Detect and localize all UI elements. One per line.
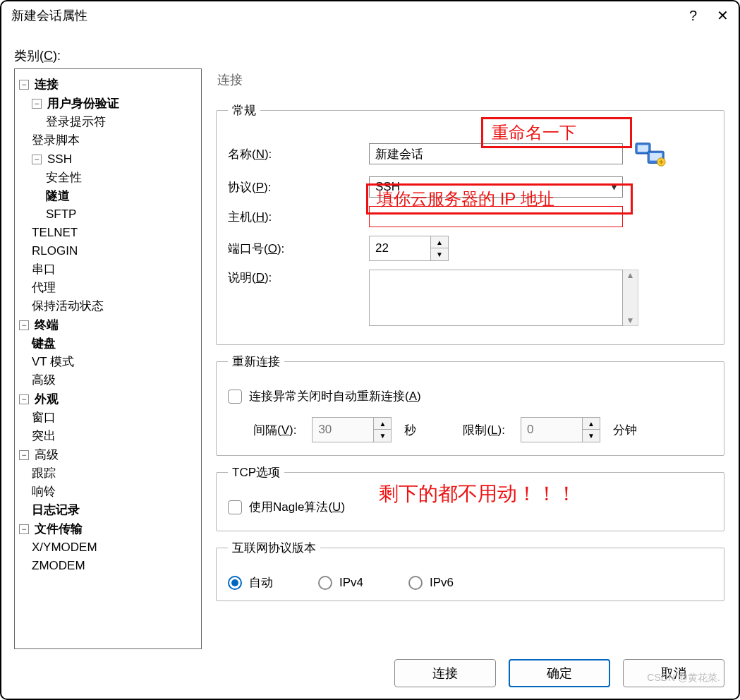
tree-rlogin[interactable]: RLOGIN	[32, 244, 78, 258]
tcp-legend: TCP选项	[228, 464, 284, 481]
tree-ssh[interactable]: SSH	[47, 150, 72, 169]
radio-icon	[408, 576, 423, 590]
port-spinner[interactable]: ▲ ▼	[369, 236, 449, 261]
spinner-up-icon[interactable]: ▲	[431, 236, 448, 248]
spinner-down-icon[interactable]: ▼	[431, 248, 448, 260]
name-input[interactable]	[369, 143, 623, 164]
tree-xymodem[interactable]: X/YMODEM	[32, 541, 97, 554]
desc-scrollbar[interactable]: ▲ ▼	[623, 270, 638, 326]
protocol-select[interactable]: SSH ▾	[369, 176, 623, 198]
tree-connection[interactable]: 连接	[35, 76, 59, 94]
tree-window[interactable]: 窗口	[32, 411, 56, 424]
general-legend: 常规	[228, 102, 260, 119]
tree-serial[interactable]: 串口	[32, 262, 56, 276]
tree-sftp[interactable]: SFTP	[46, 207, 76, 221]
limit-input	[521, 418, 582, 442]
spinner-down-icon[interactable]: ▼	[583, 430, 600, 442]
scroll-up-icon[interactable]: ▲	[626, 270, 635, 280]
connect-button[interactable]: 连接	[394, 659, 496, 687]
dialog-body: 类别(C): −连接 −用户身份验证 登录提示符 登录脚本 −SSH 安全性 隧…	[1, 30, 739, 699]
radio-ipv6-label: IPv6	[430, 576, 454, 590]
watermark: CSDN @黄花菜.	[647, 672, 720, 684]
tree-zmodem[interactable]: ZMODEM	[32, 559, 85, 572]
radio-icon	[318, 576, 332, 590]
tree-advanced-term[interactable]: 高级	[32, 373, 56, 387]
ipver-group: 互联网协议版本 自动 IPv4 IPv6	[216, 540, 724, 601]
tree-login-prompt[interactable]: 登录提示符	[46, 115, 106, 128]
tree-tunnel[interactable]: 隧道	[46, 189, 70, 203]
tree-terminal[interactable]: 终端	[35, 316, 59, 334]
tree-toggle-icon[interactable]: −	[19, 320, 29, 330]
main-area: −连接 −用户身份验证 登录提示符 登录脚本 −SSH 安全性 隧道 SFTP …	[14, 68, 724, 649]
tree-file-transfer[interactable]: 文件传输	[35, 520, 83, 538]
port-label: 端口号(O):	[228, 241, 369, 257]
tree-popup[interactable]: 突出	[32, 429, 56, 442]
reconnect-group: 重新连接 连接异常关闭时自动重新连接(A) 间隔(V): ▲ ▼	[216, 354, 724, 456]
spinner-up-icon[interactable]: ▲	[374, 418, 391, 430]
tree-bell[interactable]: 响铃	[32, 485, 56, 498]
interval-input	[313, 418, 373, 442]
scroll-down-icon[interactable]: ▼	[626, 315, 635, 325]
spinner-down-icon[interactable]: ▼	[374, 430, 391, 442]
name-label: 名称(N):	[228, 146, 369, 162]
limit-label: 限制(L):	[463, 422, 505, 438]
tree-toggle-icon[interactable]: −	[19, 450, 29, 460]
tree-trace[interactable]: 跟踪	[32, 466, 56, 480]
svg-rect-1	[638, 145, 648, 152]
tree-vt-mode[interactable]: VT 模式	[32, 355, 74, 368]
tree-keyboard[interactable]: 键盘	[32, 337, 56, 350]
tree-user-auth[interactable]: 用户身份验证	[47, 95, 119, 113]
ok-button[interactable]: 确定	[509, 659, 610, 687]
protocol-label: 协议(P):	[228, 179, 369, 195]
nagle-checkbox[interactable]	[228, 500, 242, 514]
nagle-label: 使用Nagle算法(U)	[249, 499, 345, 515]
chevron-down-icon: ▾	[612, 181, 617, 193]
tree-advanced[interactable]: 高级	[35, 446, 59, 464]
tree-logging[interactable]: 日志记录	[32, 503, 80, 517]
close-icon[interactable]: ✕	[717, 7, 729, 24]
radio-ipv4[interactable]: IPv4	[318, 576, 363, 590]
general-group: 常规 名称(N): 重命名一下	[216, 102, 724, 345]
content-panel: 连接 常规 名称(N): 重命名一下	[216, 68, 724, 649]
tree-telnet[interactable]: TELNET	[32, 226, 78, 239]
desc-textarea[interactable]	[369, 270, 623, 326]
host-input[interactable]	[369, 206, 623, 227]
tree-proxy[interactable]: 代理	[32, 281, 56, 294]
tree-toggle-icon[interactable]: −	[32, 99, 42, 109]
port-input[interactable]	[370, 236, 430, 260]
tree-security[interactable]: 安全性	[46, 171, 82, 184]
interval-unit: 秒	[404, 422, 416, 438]
help-icon[interactable]: ?	[689, 8, 697, 24]
desc-label: 说明(D):	[228, 270, 369, 286]
tcp-group: TCP选项 剩下的都不用动！！！ 使用Nagle算法(U)	[216, 464, 724, 531]
limit-spinner[interactable]: ▲ ▼	[521, 417, 600, 442]
auto-reconnect-label: 连接异常关闭时自动重新连接(A)	[249, 388, 421, 404]
computers-icon	[634, 140, 667, 168]
tree-appearance[interactable]: 外观	[35, 390, 59, 409]
category-tree: −连接 −用户身份验证 登录提示符 登录脚本 −SSH 安全性 隧道 SFTP …	[19, 75, 197, 575]
tree-keepalive[interactable]: 保持活动状态	[32, 299, 104, 313]
category-label: 类别(C):	[14, 47, 724, 64]
spinner-up-icon[interactable]: ▲	[583, 418, 600, 430]
section-heading: 连接	[216, 68, 724, 94]
category-tree-panel: −连接 −用户身份验证 登录提示符 登录脚本 −SSH 安全性 隧道 SFTP …	[14, 68, 202, 649]
tree-toggle-icon[interactable]: −	[19, 394, 29, 404]
interval-spinner[interactable]: ▲ ▼	[312, 417, 392, 442]
ipver-legend: 互联网协议版本	[228, 540, 320, 556]
radio-auto-label: 自动	[249, 574, 273, 591]
reconnect-legend: 重新连接	[228, 354, 284, 370]
radio-auto[interactable]: 自动	[228, 574, 273, 591]
host-label: 主机(H):	[228, 209, 369, 225]
auto-reconnect-checkbox[interactable]	[228, 390, 242, 404]
radio-icon	[228, 576, 242, 590]
interval-label: 间隔(V):	[253, 422, 296, 438]
tree-toggle-icon[interactable]: −	[19, 524, 29, 534]
radio-ipv4-label: IPv4	[339, 576, 363, 590]
footer-buttons: 连接 确定 取消 CSDN @黄花菜.	[14, 649, 724, 687]
tree-login-script[interactable]: 登录脚本	[32, 133, 80, 147]
radio-ipv6[interactable]: IPv6	[408, 576, 454, 590]
dialog-window: 新建会话属性 ? ✕ 类别(C): −连接 −用户身份验证 登录提示符 登录脚本…	[0, 0, 740, 700]
tree-toggle-icon[interactable]: −	[19, 80, 29, 90]
tree-toggle-icon[interactable]: −	[32, 155, 42, 164]
titlebar: 新建会话属性 ? ✕	[1, 1, 739, 30]
